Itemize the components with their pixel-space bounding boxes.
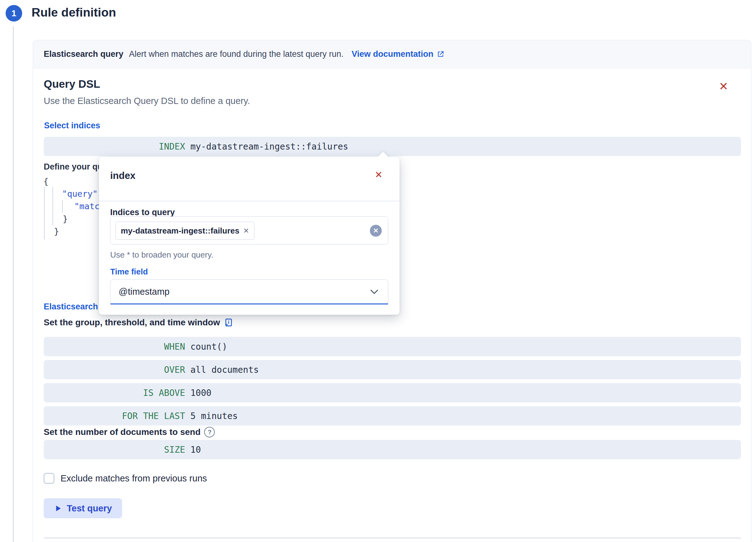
exclude-matches-checkbox[interactable] — [44, 473, 54, 484]
play-icon — [54, 504, 62, 513]
threshold-section-text: Set the group, threshold, and time windo… — [44, 318, 220, 328]
indent-guide — [44, 187, 45, 239]
over-expression-button[interactable]: OVER all documents — [44, 360, 741, 379]
help-icon[interactable]: ? — [204, 427, 215, 437]
threshold-value: 1000 — [190, 388, 211, 398]
indent-guide — [62, 200, 63, 213]
view-documentation-label: View documentation — [352, 49, 434, 59]
time-field-value: @timestamp — [119, 287, 169, 297]
close-query-dsl-button[interactable]: ✕ — [715, 78, 732, 95]
page-title: Rule definition — [32, 6, 116, 19]
code-line: } — [54, 226, 59, 236]
close-icon: ✕ — [375, 170, 382, 180]
indices-combobox[interactable]: my-datastream-ingest::failures ✕ ✕ — [110, 216, 388, 244]
es-query-dsl-doc-link[interactable]: Elasticsearch Q — [44, 302, 107, 312]
step-number-badge: 1 — [6, 5, 22, 22]
over-value: all documents — [190, 365, 259, 375]
combobox-clear-button[interactable]: ✕ — [370, 225, 382, 237]
index-expression-button[interactable]: INDEX my-datastream-ingest::failures — [44, 137, 741, 156]
time-window-expression-button[interactable]: FOR THE LAST 5 minutes — [44, 406, 741, 426]
close-icon: ✕ — [719, 80, 728, 93]
size-expression-button[interactable]: SIZE 10 — [44, 440, 741, 459]
code-line: "query": — [62, 189, 103, 199]
popover-close-button[interactable]: ✕ — [371, 166, 387, 183]
select-indices-link[interactable]: Select indices — [44, 121, 100, 131]
rule-create-page: 1 Rule definition Elasticsearch query Al… — [0, 0, 756, 542]
threshold-expression-button[interactable]: IS ABOVE 1000 — [44, 383, 741, 402]
when-value: count() — [190, 342, 227, 352]
external-link-icon — [437, 50, 444, 58]
code-line: { — [43, 176, 48, 186]
chevron-down-icon — [369, 286, 380, 297]
index-chip-label: my-datastream-ingest::failures — [121, 226, 239, 236]
index-expression-value: my-datastream-ingest::failures — [190, 141, 348, 152]
rule-type-banner: Elasticsearch query Alert when matches a… — [33, 40, 751, 68]
size-section-label: Set the number of documents to send ? — [44, 427, 215, 437]
time-window-value: 5 minutes — [190, 411, 238, 421]
rule-type-description: Alert when matches are found during the … — [129, 49, 343, 59]
time-window-keyword: FOR THE LAST — [44, 411, 185, 421]
clear-icon: ✕ — [373, 227, 379, 234]
combobox-helper-text: Use * to broaden your query. — [110, 250, 213, 260]
step-number: 1 — [12, 8, 17, 18]
when-expression-button[interactable]: WHEN count() — [44, 337, 741, 356]
query-dsl-title: Query DSL — [44, 78, 100, 90]
test-query-label: Test query — [67, 503, 112, 514]
size-keyword: SIZE — [44, 445, 185, 455]
when-keyword: WHEN — [44, 342, 185, 352]
threshold-keyword: IS ABOVE — [44, 388, 185, 398]
size-section-text: Set the number of documents to send — [44, 427, 200, 437]
chip-remove-icon[interactable]: ✕ — [243, 227, 249, 235]
indices-to-query-label: Indices to query — [110, 208, 175, 217]
over-keyword: OVER — [44, 365, 185, 375]
step-connector-line — [13, 26, 14, 542]
test-query-button[interactable]: Test query — [44, 498, 122, 518]
documentation-icon[interactable] — [224, 318, 233, 328]
exclude-matches-label: Exclude matches from previous runs — [61, 473, 207, 484]
index-expression-keyword: INDEX — [44, 141, 185, 152]
view-documentation-link[interactable]: View documentation — [352, 49, 444, 59]
code-line: } — [63, 214, 68, 224]
index-chip[interactable]: my-datastream-ingest::failures ✕ — [115, 222, 254, 240]
time-field-label: Time field — [110, 267, 148, 277]
popover-title: index — [110, 170, 135, 181]
exclude-matches-row[interactable]: Exclude matches from previous runs — [44, 473, 207, 484]
index-popover: index ✕ Indices to query my-datastream-i… — [99, 157, 400, 315]
query-dsl-subtitle: Use the Elasticsearch Query DSL to defin… — [44, 96, 250, 106]
threshold-section-label: Set the group, threshold, and time windo… — [44, 318, 233, 328]
popover-title-divider — [99, 201, 400, 201]
section-divider — [44, 537, 741, 539]
rule-type-name: Elasticsearch query — [44, 49, 123, 59]
time-field-select[interactable]: @timestamp — [110, 279, 388, 304]
size-value: 10 — [190, 445, 201, 455]
indent-guide — [52, 187, 53, 225]
